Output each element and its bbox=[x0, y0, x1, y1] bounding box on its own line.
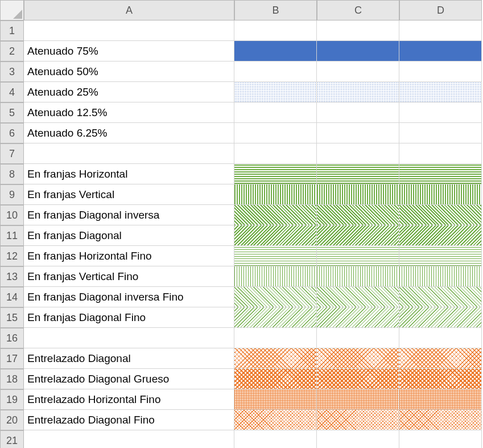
cell-B20[interactable] bbox=[234, 410, 317, 430]
cell-C15[interactable] bbox=[317, 307, 399, 328]
row-header-19[interactable]: 19 bbox=[0, 389, 24, 410]
cell-B1[interactable] bbox=[234, 20, 317, 41]
cell-D3[interactable] bbox=[399, 61, 482, 82]
cell-C8[interactable] bbox=[317, 164, 399, 184]
row-header-9[interactable]: 9 bbox=[0, 184, 24, 205]
cell-D4[interactable] bbox=[399, 82, 482, 102]
row-header-7[interactable]: 7 bbox=[0, 143, 24, 164]
cell-A5[interactable]: Atenuado 12.5% bbox=[24, 102, 234, 123]
cell-C1[interactable] bbox=[317, 20, 399, 41]
row-header-10[interactable]: 10 bbox=[0, 205, 24, 225]
cell-A9[interactable]: En franjas Vertical bbox=[24, 184, 234, 205]
cell-C4[interactable] bbox=[317, 82, 399, 102]
cell-A19[interactable]: Entrelazado Horizontal Fino bbox=[24, 389, 234, 410]
cell-A15[interactable]: En franjas Diagonal Fino bbox=[24, 307, 234, 328]
cell-D5[interactable] bbox=[399, 102, 482, 123]
cell-B12[interactable] bbox=[234, 246, 317, 266]
select-all-corner[interactable] bbox=[0, 0, 24, 20]
cell-D18[interactable] bbox=[399, 369, 482, 389]
cell-A10[interactable]: En franjas Diagonal inversa bbox=[24, 205, 234, 225]
spreadsheet-grid[interactable]: ABCD12Atenuado 75%3Atenuado 50%4Atenuado… bbox=[0, 0, 483, 448]
cell-C7[interactable] bbox=[317, 143, 399, 164]
cell-A20[interactable]: Entrelazado Diagonal Fino bbox=[24, 410, 234, 430]
cell-B15[interactable] bbox=[234, 307, 317, 328]
cell-D13[interactable] bbox=[399, 266, 482, 287]
cell-D14[interactable] bbox=[399, 287, 482, 307]
row-header-4[interactable]: 4 bbox=[0, 82, 24, 102]
cell-A1[interactable] bbox=[24, 20, 234, 41]
cell-D16[interactable] bbox=[399, 328, 482, 348]
row-header-18[interactable]: 18 bbox=[0, 369, 24, 389]
column-header-C[interactable]: C bbox=[317, 0, 399, 20]
cell-A2[interactable]: Atenuado 75% bbox=[24, 41, 234, 61]
cell-B10[interactable] bbox=[234, 205, 317, 225]
cell-C2[interactable] bbox=[317, 41, 399, 61]
row-header-14[interactable]: 14 bbox=[0, 287, 24, 307]
cell-C21[interactable] bbox=[317, 430, 399, 448]
cell-B13[interactable] bbox=[234, 266, 317, 287]
cell-D1[interactable] bbox=[399, 20, 482, 41]
cell-D9[interactable] bbox=[399, 184, 482, 205]
cell-A14[interactable]: En franjas Diagonal inversa Fino bbox=[24, 287, 234, 307]
cell-D7[interactable] bbox=[399, 143, 482, 164]
cell-C10[interactable] bbox=[317, 205, 399, 225]
cell-C11[interactable] bbox=[317, 225, 399, 246]
cell-C19[interactable] bbox=[317, 389, 399, 410]
cell-D21[interactable] bbox=[399, 430, 482, 448]
cell-A8[interactable]: En franjas Horizontal bbox=[24, 164, 234, 184]
column-header-D[interactable]: D bbox=[399, 0, 482, 20]
column-header-B[interactable]: B bbox=[234, 0, 317, 20]
cell-D15[interactable] bbox=[399, 307, 482, 328]
cell-C14[interactable] bbox=[317, 287, 399, 307]
cell-B18[interactable] bbox=[234, 369, 317, 389]
cell-D10[interactable] bbox=[399, 205, 482, 225]
cell-A12[interactable]: En franjas Horizontal Fino bbox=[24, 246, 234, 266]
cell-D19[interactable] bbox=[399, 389, 482, 410]
cell-B4[interactable] bbox=[234, 82, 317, 102]
cell-D12[interactable] bbox=[399, 246, 482, 266]
cell-C12[interactable] bbox=[317, 246, 399, 266]
cell-A6[interactable]: Atenuado 6.25% bbox=[24, 123, 234, 143]
cell-A17[interactable]: Entrelazado Diagonal bbox=[24, 348, 234, 369]
cell-C9[interactable] bbox=[317, 184, 399, 205]
row-header-6[interactable]: 6 bbox=[0, 123, 24, 143]
cell-D17[interactable] bbox=[399, 348, 482, 369]
cell-B5[interactable] bbox=[234, 102, 317, 123]
cell-C18[interactable] bbox=[317, 369, 399, 389]
row-header-17[interactable]: 17 bbox=[0, 348, 24, 369]
column-header-A[interactable]: A bbox=[24, 0, 234, 20]
cell-C17[interactable] bbox=[317, 348, 399, 369]
cell-B8[interactable] bbox=[234, 164, 317, 184]
cell-B16[interactable] bbox=[234, 328, 317, 348]
cell-D6[interactable] bbox=[399, 123, 482, 143]
cell-C5[interactable] bbox=[317, 102, 399, 123]
cell-A18[interactable]: Entrelazado Diagonal Grueso bbox=[24, 369, 234, 389]
cell-C20[interactable] bbox=[317, 410, 399, 430]
cell-B11[interactable] bbox=[234, 225, 317, 246]
cell-B14[interactable] bbox=[234, 287, 317, 307]
cell-B19[interactable] bbox=[234, 389, 317, 410]
cell-C13[interactable] bbox=[317, 266, 399, 287]
cell-A7[interactable] bbox=[24, 143, 234, 164]
row-header-3[interactable]: 3 bbox=[0, 61, 24, 82]
cell-C16[interactable] bbox=[317, 328, 399, 348]
row-header-5[interactable]: 5 bbox=[0, 102, 24, 123]
cell-B6[interactable] bbox=[234, 123, 317, 143]
cell-D2[interactable] bbox=[399, 41, 482, 61]
cell-C6[interactable] bbox=[317, 123, 399, 143]
row-header-12[interactable]: 12 bbox=[0, 246, 24, 266]
cell-B21[interactable] bbox=[234, 430, 317, 448]
row-header-8[interactable]: 8 bbox=[0, 164, 24, 184]
row-header-11[interactable]: 11 bbox=[0, 225, 24, 246]
cell-A4[interactable]: Atenuado 25% bbox=[24, 82, 234, 102]
row-header-21[interactable]: 21 bbox=[0, 430, 24, 448]
row-header-20[interactable]: 20 bbox=[0, 410, 24, 430]
cell-B17[interactable] bbox=[234, 348, 317, 369]
cell-A13[interactable]: En franjas Vertical Fino bbox=[24, 266, 234, 287]
cell-A3[interactable]: Atenuado 50% bbox=[24, 61, 234, 82]
cell-D8[interactable] bbox=[399, 164, 482, 184]
cell-B7[interactable] bbox=[234, 143, 317, 164]
cell-A16[interactable] bbox=[24, 328, 234, 348]
cell-B2[interactable] bbox=[234, 41, 317, 61]
cell-A11[interactable]: En franjas Diagonal bbox=[24, 225, 234, 246]
